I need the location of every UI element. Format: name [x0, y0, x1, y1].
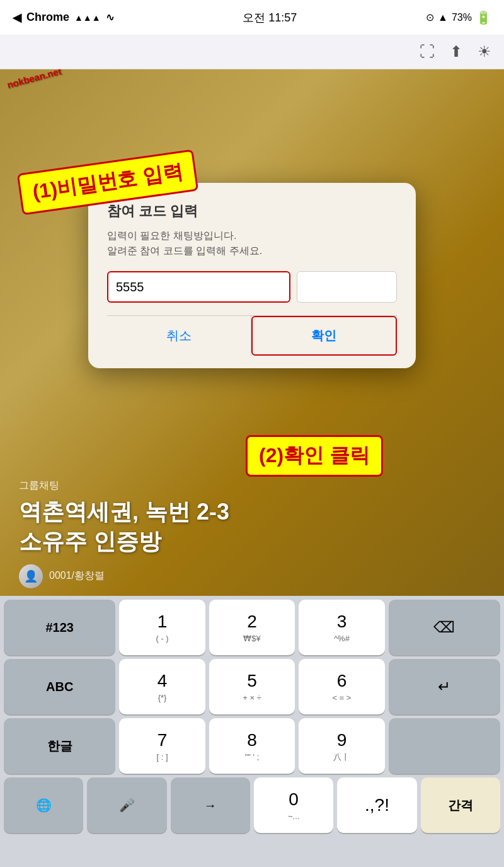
brightness-icon[interactable]: ☀ [478, 43, 491, 61]
chat-user-row: 👤 0001/황창렬 [19, 564, 485, 588]
key-8[interactable]: 8 "" ' ; [209, 718, 295, 774]
username: 0001/황창렬 [49, 569, 105, 583]
expand-icon[interactable]: ⛶ [420, 43, 435, 61]
status-time: 오전 11:57 [243, 10, 297, 25]
status-left: ◀ Chrome ▲▲▲ ∿ [13, 11, 114, 25]
chat-room-title: 역촌역세권, 녹번 2-3 소유주 인증방 [19, 498, 485, 557]
location-icon: ▲ [438, 12, 448, 23]
status-bar: ◀ Chrome ▲▲▲ ∿ 오전 11:57 ⊙ ▲ 73% 🔋 [0, 0, 504, 35]
key-mic[interactable]: 🎤 [87, 777, 166, 833]
key-4[interactable]: 4 {*} [119, 659, 205, 714]
key-9[interactable]: 9 八丨 [299, 718, 384, 774]
dialog-description: 입력이 필요한 채팅방입니다. 알려준 참여 코드를 입력해 주세요. [107, 228, 397, 259]
battery-percent: 73% [452, 12, 472, 23]
key-1[interactable]: 1 ( - ) [119, 600, 205, 655]
dialog-box: 참여 코드 입력 입력이 필요한 채팅방입니다. 알려준 참여 코드를 입력해 … [88, 183, 416, 368]
group-chat-label: 그룹채팅 [19, 479, 485, 492]
status-right: ⊙ ▲ 73% 🔋 [426, 10, 491, 25]
keyboard-row-2: ABC 4 {*} 5 + × ÷ 6 < = > ↵ [0, 655, 504, 714]
password-input[interactable] [107, 271, 290, 303]
annotation-step-2: (2)확인 클릭 [246, 435, 383, 477]
keyboard-row-3: 한글 7 [ : ] 8 "" ' ; 9 八丨 [0, 714, 504, 774]
second-input[interactable] [297, 271, 398, 303]
key-globe[interactable]: 🌐 [4, 777, 83, 833]
user-avatar: 👤 [19, 564, 43, 588]
battery-icon: 🔋 [476, 10, 491, 25]
carrier-name: Chrome [26, 11, 69, 24]
key-3[interactable]: 3 ^%# [299, 600, 384, 655]
dialog-title: 참여 코드 입력 [107, 202, 397, 221]
dialog-buttons: 취소 확인 [107, 315, 397, 356]
key-symbol[interactable]: #123 [4, 600, 115, 655]
cancel-button[interactable]: 취소 [107, 316, 251, 356]
key-space[interactable]: 간격 [421, 777, 500, 833]
key-hangul[interactable]: 한글 [4, 718, 115, 774]
confirm-button[interactable]: 확인 [251, 316, 398, 356]
key-empty [389, 718, 500, 774]
keyboard: #123 1 ( - ) 2 ₩$¥ 3 ^%# ⌫ ABC 4 {*} 5 +… [0, 596, 504, 867]
key-7[interactable]: 7 [ : ] [119, 718, 205, 774]
key-backspace[interactable]: ⌫ [389, 600, 500, 655]
key-5[interactable]: 5 + × ÷ [209, 659, 295, 714]
key-arrow[interactable]: → [171, 777, 250, 833]
key-abc[interactable]: ABC [4, 659, 115, 714]
keyboard-row-4: 🌐 🎤 → 0 ~... .,?! 간격 [0, 774, 504, 833]
key-0[interactable]: 0 ~... [254, 777, 333, 833]
lock-icon: ⊙ [426, 11, 434, 23]
signal-bars-icon: ▲▲▲ [74, 13, 101, 23]
wifi-icon: ∿ [106, 11, 114, 23]
share-icon[interactable]: ⬆ [450, 43, 462, 61]
key-2[interactable]: 2 ₩$¥ [209, 600, 295, 655]
keyboard-row-1: #123 1 ( - ) 2 ₩$¥ 3 ^%# ⌫ [0, 596, 504, 655]
chat-info: 그룹채팅 역촌역세권, 녹번 2-3 소유주 인증방 👤 0001/황창렬 [0, 467, 504, 601]
browser-toolbar: ⛶ ⬆ ☀ [0, 35, 504, 69]
back-arrow-icon: ◀ [13, 11, 21, 25]
key-enter[interactable]: ↵ [389, 659, 500, 714]
key-punctuation[interactable]: .,?! [337, 777, 416, 833]
key-6[interactable]: 6 < = > [299, 659, 384, 714]
dialog-input-row [107, 271, 397, 303]
